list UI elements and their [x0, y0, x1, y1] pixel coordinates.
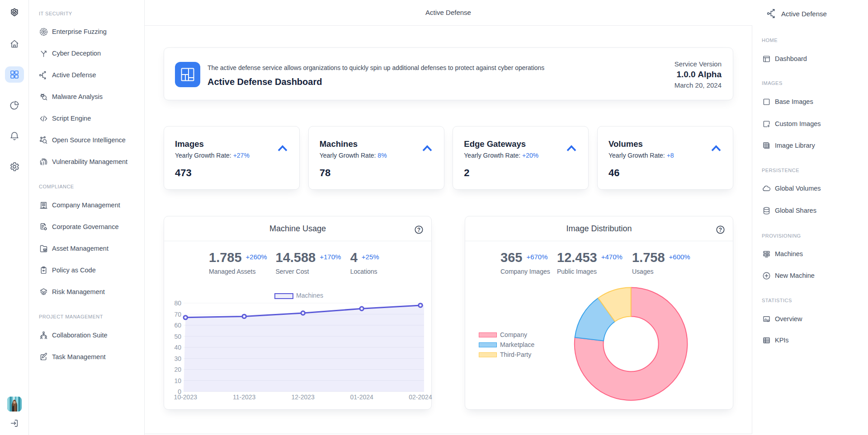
svg-text:01-2024: 01-2024 — [350, 393, 373, 401]
svg-text:11-2023: 11-2023 — [233, 393, 256, 401]
svg-text:20: 20 — [174, 366, 181, 373]
svg-text:30: 30 — [174, 355, 181, 362]
svg-text:40: 40 — [174, 344, 181, 351]
svg-text:60: 60 — [174, 322, 181, 329]
svg-text:50: 50 — [174, 333, 181, 340]
svg-text:70: 70 — [174, 311, 181, 318]
svg-text:80: 80 — [174, 299, 181, 307]
svg-text:10: 10 — [174, 377, 181, 384]
svg-text:10-2023: 10-2023 — [174, 393, 198, 401]
svg-text:12-2023: 12-2023 — [292, 393, 315, 401]
svg-text:02-2024: 02-2024 — [409, 393, 432, 401]
